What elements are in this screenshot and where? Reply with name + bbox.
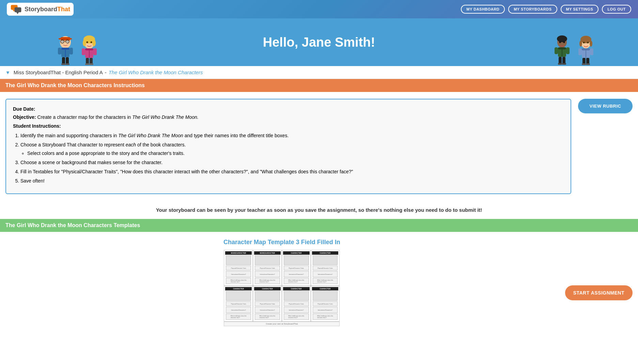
templates-container: Character Map Template 3 Field Filled In… bbox=[0, 232, 638, 333]
svg-rect-38 bbox=[89, 63, 93, 65]
logout-button[interactable]: LOG OUT bbox=[602, 5, 631, 14]
svg-point-42 bbox=[563, 42, 565, 43]
cell-body-2-4: Physical/Character Traits Interactions/C… bbox=[312, 290, 339, 320]
objective-line: Objective: Create a character map for th… bbox=[13, 114, 564, 120]
cell-image-2-4 bbox=[313, 291, 338, 301]
cell-header-1-1: MAINCHARACTER bbox=[225, 251, 252, 255]
svg-rect-2 bbox=[15, 7, 21, 12]
svg-point-59 bbox=[585, 44, 587, 45]
svg-rect-22 bbox=[65, 63, 69, 65]
svg-rect-51 bbox=[558, 63, 562, 65]
student-instructions-label: Student Instructions: bbox=[13, 123, 564, 129]
cell-image-2-2 bbox=[255, 291, 280, 301]
cell-body-2-3: Physical/Character Traits Interactions/C… bbox=[283, 290, 310, 320]
breadcrumb-arrow: ▼ bbox=[5, 70, 10, 75]
logo-icon bbox=[10, 4, 22, 14]
cell-image-2-1 bbox=[226, 291, 251, 301]
cell-image-1-1 bbox=[226, 255, 251, 265]
cell-field-2-3-c: What challenges does thischaracter face? bbox=[284, 314, 309, 320]
template-item: Character Map Template 3 Field Filled In… bbox=[5, 239, 558, 326]
settings-button[interactable]: MY SETTINGS bbox=[561, 5, 599, 14]
cell-header-1-3: CHARACTER bbox=[283, 251, 310, 255]
cell-body-1-3: Physical/Character Traits Interactions/C… bbox=[283, 255, 310, 285]
template-cell-2-1: CHARACTER Physical/Character Traits Inte… bbox=[224, 286, 253, 321]
svg-point-10 bbox=[61, 41, 63, 43]
cell-field-1-4-b: Interactions/Characters? bbox=[313, 271, 338, 277]
svg-rect-63 bbox=[578, 48, 582, 55]
objective-text: Create a character map for the character… bbox=[37, 114, 133, 120]
template-cell-1-1: MAINCHARACTER Physical/Character Traits … bbox=[224, 250, 253, 286]
cell-field-2-2-c: What challenges does thischaracter face? bbox=[255, 314, 280, 320]
template-cell-2-2: CHARACTER Physical/Character Traits Inte… bbox=[253, 286, 282, 321]
svg-rect-33 bbox=[82, 48, 85, 55]
cell-field-2-2-b: Interactions/Characters? bbox=[255, 307, 280, 313]
template-row-2: CHARACTER Physical/Character Traits Inte… bbox=[224, 286, 339, 322]
character-female-brown bbox=[575, 35, 597, 66]
svg-rect-61 bbox=[582, 48, 590, 50]
cell-field-1-4-a: Physical/Character Traits bbox=[313, 266, 338, 270]
svg-point-58 bbox=[587, 42, 589, 44]
template-title: Character Map Template 3 Field Filled In bbox=[223, 239, 340, 246]
cell-image-1-3 bbox=[284, 255, 309, 265]
view-rubric-button[interactable]: VIEW RUBRIC bbox=[578, 99, 633, 113]
cell-header-2-2: CHARACTER bbox=[254, 287, 281, 290]
cell-body-2-2: Physical/Character Traits Interactions/C… bbox=[254, 290, 281, 320]
instruction-substep-2a: Select colors and a pose appropriate to … bbox=[27, 150, 564, 157]
svg-point-25 bbox=[83, 39, 86, 46]
cell-field-1-3-b: Interactions/Characters? bbox=[284, 271, 309, 277]
svg-point-55 bbox=[579, 41, 582, 47]
svg-rect-67 bbox=[582, 63, 586, 65]
svg-rect-7 bbox=[66, 38, 72, 39]
logo-text: StoryboardThat bbox=[25, 6, 70, 13]
breadcrumb-assignment: The Girl Who Drank the Moon Characters bbox=[109, 69, 203, 75]
template-cell-1-2: MAINCHARACTER Physical/Character Traits … bbox=[253, 250, 282, 286]
cell-field-2-1-b: Interactions/Characters? bbox=[226, 307, 251, 313]
template-cell-1-3: CHARACTER Physical/Character Traits Inte… bbox=[282, 250, 311, 286]
svg-marker-3 bbox=[16, 12, 19, 14]
cell-field-1-4-c: What challenges does thischaracter face? bbox=[313, 278, 338, 284]
cell-field-1-1-b: Interactions/Characters? bbox=[226, 271, 251, 277]
cell-field-2-3-b: Interactions/Characters? bbox=[284, 307, 309, 313]
cell-field-1-1-c: What challenges does thischaracter face? bbox=[226, 278, 251, 284]
start-assignment-button[interactable]: START ASSIGNMENT bbox=[565, 285, 633, 300]
storyboards-button[interactable]: MY STORYBOARDS bbox=[508, 5, 557, 14]
cell-header-2-4: CHARACTER bbox=[312, 287, 339, 290]
instruction-step-4: Fill in Textables for "Physical/Characte… bbox=[20, 168, 564, 175]
svg-rect-52 bbox=[562, 63, 566, 65]
dashboard-button[interactable]: MY DASHBOARD bbox=[461, 5, 505, 14]
cell-header-2-1: CHARACTER bbox=[225, 287, 252, 290]
instruction-step-1: Identify the main and supporting charact… bbox=[20, 132, 564, 139]
svg-point-54 bbox=[580, 36, 591, 43]
svg-point-28 bbox=[91, 42, 92, 43]
svg-point-29 bbox=[88, 43, 90, 45]
svg-rect-47 bbox=[555, 47, 558, 54]
svg-point-27 bbox=[87, 42, 88, 43]
cell-field-2-4-a: Physical/Character Traits bbox=[313, 301, 338, 306]
template-row-1: MAINCHARACTER Physical/Character Traits … bbox=[224, 250, 339, 286]
hero-banner: Hello, Jane Smith! bbox=[0, 18, 638, 66]
cell-body-2-1: Physical/Character Traits Interactions/C… bbox=[225, 290, 252, 320]
svg-point-40 bbox=[557, 35, 567, 42]
svg-rect-6 bbox=[59, 38, 65, 39]
instructions-box: Due Date: Objective: Create a character … bbox=[5, 99, 571, 194]
cell-field-2-4-c: What challenges does thischaracter face? bbox=[313, 314, 338, 320]
cell-field-2-1-c: What challenges does thischaracter face? bbox=[226, 314, 251, 320]
character-female-blonde bbox=[78, 35, 100, 66]
cell-field-2-1-a: Physical/Character Traits bbox=[226, 301, 251, 306]
cell-field-1-2-b: Interactions/Characters? bbox=[255, 271, 280, 277]
svg-point-56 bbox=[590, 41, 592, 47]
instruction-step-3: Choose a scene or background that makes … bbox=[20, 159, 564, 166]
svg-point-26 bbox=[92, 39, 96, 46]
cell-field-2-2-a: Physical/Character Traits bbox=[255, 301, 280, 306]
svg-point-11 bbox=[66, 41, 68, 43]
cell-body-1-4: Physical/Character Traits Interactions/C… bbox=[312, 255, 339, 285]
cell-image-2-3 bbox=[284, 291, 309, 301]
breadcrumb-teacher: Miss StoryboardThat - English Period A bbox=[14, 69, 103, 75]
cell-field-1-1-a: Physical/Character Traits bbox=[226, 266, 251, 270]
cell-header-1-2: MAINCHARACTER bbox=[254, 251, 281, 255]
cell-field-1-3-c: What challenges does thischaracter face? bbox=[284, 278, 309, 284]
svg-point-57 bbox=[583, 42, 585, 44]
objective-bold-label: Objective: bbox=[13, 114, 36, 120]
cell-field-1-3-a: Physical/Character Traits bbox=[284, 266, 309, 270]
svg-rect-68 bbox=[586, 63, 590, 65]
